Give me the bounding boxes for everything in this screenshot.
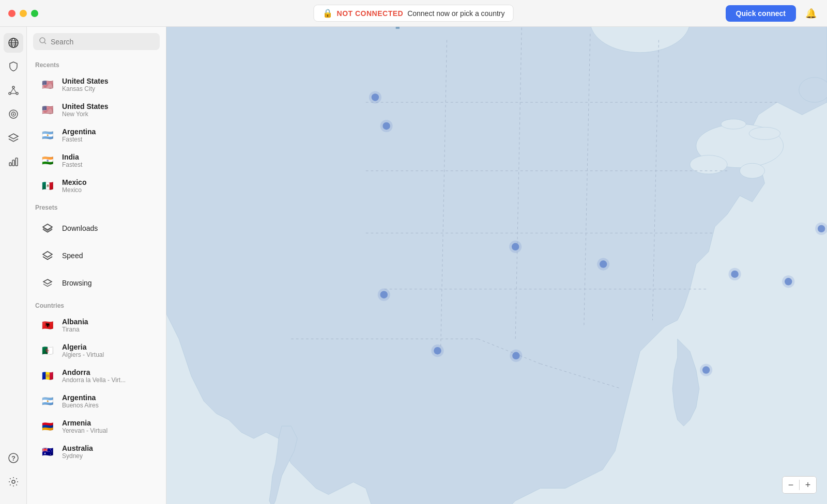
name-argentina: Argentina bbox=[62, 393, 99, 402]
city-armenia: Yerevan - Virtual bbox=[62, 427, 108, 434]
svg-line-9 bbox=[13, 88, 17, 93]
country-australia[interactable]: 🇦🇺 Australia Sydney bbox=[31, 439, 162, 464]
country-armenia[interactable]: 🇦🇲 Armenia Yerevan - Virtual bbox=[31, 414, 162, 439]
svg-point-29 bbox=[740, 163, 764, 178]
city-mx: Mexico bbox=[62, 186, 86, 194]
titlebar-center: 🔒 NOT CONNECTED Connect now or pick a co… bbox=[314, 5, 514, 22]
speed-label: Speed bbox=[62, 251, 83, 260]
svg-point-21 bbox=[40, 38, 45, 43]
svg-point-58 bbox=[782, 275, 794, 288]
country-andorra[interactable]: 🇦🇩 Andorra Andorra la Vella - Virt... bbox=[31, 364, 162, 388]
country-us-kc: United States bbox=[62, 77, 108, 85]
icon-bar: ? bbox=[0, 27, 27, 504]
nav-help[interactable]: ? bbox=[4, 448, 23, 468]
svg-point-31 bbox=[721, 119, 746, 129]
country-us-ny: United States bbox=[62, 102, 108, 111]
country-ar: Argentina bbox=[62, 128, 96, 136]
city-andorra: Andorra la Vella - Virt... bbox=[62, 376, 126, 384]
name-australia: Australia bbox=[62, 444, 93, 452]
icon-bar-bottom: ? bbox=[4, 448, 23, 498]
svg-point-78 bbox=[700, 364, 712, 376]
zoom-controls: − + bbox=[782, 476, 817, 494]
country-albania[interactable]: 🇦🇱 Albania Tirana bbox=[31, 313, 162, 338]
search-box[interactable] bbox=[33, 33, 160, 50]
preset-speed[interactable]: Speed bbox=[31, 242, 162, 269]
city-in: Fastest bbox=[62, 161, 82, 168]
flag-argentina: 🇦🇷 bbox=[39, 393, 56, 410]
connection-hint: Connect now or pick a country bbox=[407, 9, 504, 18]
flag-in: 🇮🇳 bbox=[39, 152, 56, 169]
zoom-in-button[interactable]: + bbox=[800, 477, 816, 493]
svg-line-22 bbox=[44, 42, 46, 44]
name-andorra: Andorra bbox=[62, 368, 126, 376]
svg-point-54 bbox=[597, 258, 609, 271]
svg-point-7 bbox=[16, 92, 18, 94]
close-button[interactable] bbox=[8, 10, 16, 17]
city-australia: Sydney bbox=[62, 452, 93, 460]
nav-shield[interactable] bbox=[4, 57, 23, 76]
flag-mx: 🇲🇽 bbox=[39, 178, 56, 194]
speed-icon bbox=[39, 247, 56, 264]
lock-icon: 🔒 bbox=[323, 8, 333, 18]
svg-point-72 bbox=[378, 289, 390, 301]
recent-mx[interactable]: 🇲🇽 Mexico Mexico bbox=[31, 174, 162, 198]
nav-stats[interactable] bbox=[4, 152, 23, 171]
nav-target[interactable] bbox=[4, 104, 23, 124]
country-in: India bbox=[62, 153, 82, 161]
downloads-label: Downloads bbox=[62, 224, 98, 232]
svg-line-8 bbox=[10, 88, 13, 93]
flag-australia: 🇦🇺 bbox=[39, 444, 56, 460]
name-albania: Albania bbox=[62, 318, 88, 326]
recent-ar[interactable]: 🇦🇷 Argentina Fastest bbox=[31, 123, 162, 148]
main-layout: ? Recents 🇺🇸 bbox=[0, 27, 827, 504]
flag-algeria: 🇩🇿 bbox=[39, 342, 56, 359]
nav-layers[interactable] bbox=[4, 128, 23, 148]
svg-point-76 bbox=[510, 350, 522, 362]
nav-mesh[interactable] bbox=[4, 81, 23, 100]
flag-albania: 🇦🇱 bbox=[39, 317, 56, 334]
recent-in[interactable]: 🇮🇳 India Fastest bbox=[31, 148, 162, 173]
recent-us-kc[interactable]: 🇺🇸 United States Kansas City bbox=[31, 72, 162, 97]
svg-marker-25 bbox=[43, 279, 52, 284]
nav-globe[interactable] bbox=[4, 33, 23, 53]
titlebar: 🔒 NOT CONNECTED Connect now or pick a co… bbox=[0, 0, 827, 27]
countries-label: Countries bbox=[27, 297, 166, 312]
browsing-icon bbox=[39, 275, 56, 291]
search-input[interactable] bbox=[51, 38, 154, 46]
connection-status: NOT CONNECTED bbox=[337, 9, 404, 18]
search-icon bbox=[39, 37, 47, 46]
svg-point-28 bbox=[690, 155, 727, 174]
svg-point-48 bbox=[369, 91, 381, 103]
recents-label: Recents bbox=[27, 56, 166, 72]
city-ar: Fastest bbox=[62, 136, 96, 143]
preset-browsing[interactable]: Browsing bbox=[31, 270, 162, 296]
presets-label: Presets bbox=[27, 199, 166, 214]
recent-us-ny[interactable]: 🇺🇸 United States New York bbox=[31, 98, 162, 122]
svg-point-74 bbox=[431, 344, 443, 357]
svg-text:?: ? bbox=[11, 454, 16, 462]
flag-us-ny: 🇺🇸 bbox=[39, 102, 56, 118]
svg-rect-16 bbox=[12, 160, 14, 166]
traffic-lights bbox=[8, 10, 38, 17]
notification-bell-button[interactable]: 🔔 bbox=[805, 8, 817, 19]
maximize-button[interactable] bbox=[31, 10, 38, 17]
preset-downloads[interactable]: Downloads bbox=[31, 215, 162, 242]
quick-connect-button[interactable]: Quick connect bbox=[726, 5, 796, 22]
svg-rect-15 bbox=[9, 163, 11, 166]
svg-point-56 bbox=[729, 268, 741, 280]
city-us-kc: Kansas City bbox=[62, 85, 108, 92]
connection-status-box: 🔒 NOT CONNECTED Connect now or pick a co… bbox=[314, 5, 514, 22]
map-svg: T bbox=[166, 27, 827, 504]
name-algeria: Algeria bbox=[62, 343, 104, 351]
minimize-button[interactable] bbox=[20, 10, 27, 17]
nav-settings[interactable] bbox=[4, 472, 23, 492]
zoom-out-button[interactable]: − bbox=[783, 477, 799, 493]
country-argentina[interactable]: 🇦🇷 Argentina Buenos Aires bbox=[31, 389, 162, 414]
svg-point-30 bbox=[749, 127, 780, 139]
svg-marker-14 bbox=[9, 134, 18, 139]
flag-ar: 🇦🇷 bbox=[39, 127, 56, 144]
country-algeria[interactable]: 🇩🇿 Algeria Algiers - Virtual bbox=[31, 338, 162, 363]
flag-armenia: 🇦🇲 bbox=[39, 418, 56, 435]
downloads-icon bbox=[39, 220, 56, 237]
city-argentina: Buenos Aires bbox=[62, 402, 99, 409]
